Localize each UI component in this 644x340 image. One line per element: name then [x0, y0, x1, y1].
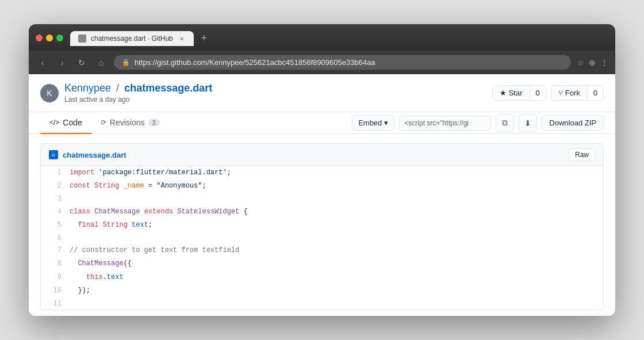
- refresh-button[interactable]: ↻: [75, 56, 89, 70]
- line-code: [70, 193, 603, 205]
- code-nav: </> Code ⟳ Revisions 3 Embed ▾ <script s…: [29, 112, 615, 134]
- line-code: // constructor to get text from textfiel…: [70, 244, 603, 257]
- breadcrumb-title: Kennypee / chatmessage.dart: [64, 82, 212, 94]
- line-number: 8: [41, 257, 70, 270]
- line-code: final String text;: [70, 219, 603, 232]
- bookmark-icon[interactable]: ☆: [577, 58, 584, 67]
- line-number: 3: [41, 193, 70, 205]
- back-button[interactable]: ‹: [36, 56, 49, 70]
- close-button[interactable]: [36, 35, 43, 41]
- file-link[interactable]: chatmessage.dart: [124, 82, 212, 94]
- fork-label: Fork: [565, 89, 580, 97]
- raw-button[interactable]: Raw: [569, 148, 595, 161]
- address-field[interactable]: 🔒 https://gist.github.com/Kennypee/52562…: [114, 55, 571, 70]
- line-code: });: [70, 284, 603, 297]
- star-icon: ★: [500, 89, 507, 97]
- code-line: 2 const String _name = "Anonymous";: [41, 179, 603, 193]
- file-name-area: D chatmessage.dart: [49, 150, 126, 159]
- file-container: D chatmessage.dart Raw 1 import 'package…: [40, 143, 604, 310]
- home-button[interactable]: ⌂: [94, 56, 108, 70]
- code-tabs: </> Code ⟳ Revisions 3: [40, 112, 169, 133]
- line-code: import 'package:flutter/material.dart';: [70, 166, 603, 179]
- header-actions: ★ Star 0 ⑂ Fork 0: [492, 85, 604, 101]
- revisions-count-badge: 3: [148, 119, 160, 127]
- download-icon: ⬇: [524, 119, 531, 128]
- code-line: 4 class ChatMessage extends StatelessWid…: [41, 205, 603, 219]
- breadcrumb-slash: /: [116, 82, 119, 94]
- code-line: 3: [41, 193, 603, 205]
- fork-group: ⑂ Fork 0: [551, 85, 604, 101]
- line-code: class ChatMessage extends StatelessWidge…: [70, 205, 603, 219]
- maximize-button[interactable]: [56, 35, 63, 41]
- line-code: [70, 232, 603, 244]
- line-number: 2: [41, 179, 70, 193]
- embed-button[interactable]: Embed ▾: [352, 115, 394, 131]
- code-line: 1 import 'package:flutter/material.dart'…: [41, 166, 603, 179]
- code-line: 5 final String text;: [41, 219, 603, 232]
- tab-revisions[interactable]: ⟳ Revisions 3: [91, 112, 169, 134]
- file-header: D chatmessage.dart Raw: [41, 144, 603, 166]
- download-icon-button[interactable]: ⬇: [519, 114, 537, 132]
- lock-icon: 🔒: [122, 59, 130, 66]
- code-actions: Embed ▾ <script src="https://gi ⧉ ⬇ Down…: [352, 114, 604, 132]
- url-text: https://gist.github.com/Kennypee/525621a…: [135, 58, 563, 67]
- tab-close-button[interactable]: ✕: [178, 35, 186, 43]
- address-actions: ☆ ⊕ ⋮: [577, 58, 608, 67]
- line-number: 5: [41, 219, 70, 232]
- code-line: 6: [41, 232, 603, 244]
- browser-tab[interactable]: chatmessage.dart · GitHub ✕: [70, 31, 194, 46]
- user-link[interactable]: Kennypee: [64, 82, 111, 94]
- code-content: 1 import 'package:flutter/material.dart'…: [41, 166, 603, 310]
- code-line: 8 ChatMessage({: [41, 257, 603, 270]
- code-line: 9 this.text: [41, 271, 603, 284]
- file-name[interactable]: chatmessage.dart: [63, 151, 126, 159]
- code-line: 11: [41, 297, 603, 310]
- last-active: Last active a day ago: [64, 95, 212, 104]
- line-number: 9: [41, 271, 70, 284]
- embed-label: Embed: [358, 119, 382, 127]
- fork-count: 0: [587, 86, 603, 100]
- title-bar: chatmessage.dart · GitHub ✕ +: [29, 24, 615, 51]
- star-button[interactable]: ★ Star: [493, 86, 530, 100]
- line-code: ChatMessage({: [70, 257, 603, 270]
- copy-button[interactable]: ⧉: [496, 114, 514, 132]
- line-code: this.text: [70, 271, 603, 284]
- download-zip-button[interactable]: Download ZIP: [542, 115, 604, 131]
- script-field[interactable]: <script src="https://gi: [399, 116, 491, 131]
- user-info: K Kennypee / chatmessage.dart Last activ…: [40, 82, 212, 104]
- code-line: 7 // constructor to get text from textfi…: [41, 244, 603, 257]
- line-number: 10: [41, 284, 70, 297]
- tab-favicon: [78, 35, 86, 43]
- menu-icon[interactable]: ⋮: [600, 58, 608, 67]
- code-icon: </>: [49, 119, 59, 127]
- tab-title: chatmessage.dart · GitHub: [91, 35, 173, 43]
- fork-icon: ⑂: [558, 89, 563, 97]
- breadcrumb: Kennypee / chatmessage.dart Last active …: [64, 82, 212, 104]
- line-number: 6: [41, 232, 70, 244]
- embed-chevron-icon: ▾: [384, 119, 388, 127]
- download-zip-label: Download ZIP: [549, 119, 596, 127]
- minimize-button[interactable]: [46, 35, 53, 41]
- traffic-lights: [36, 35, 63, 41]
- star-count: 0: [530, 86, 546, 100]
- star-label: Star: [509, 89, 523, 97]
- new-tab-button[interactable]: +: [196, 30, 212, 46]
- file-type-icon: D: [49, 150, 58, 159]
- address-bar-row: ‹ › ↻ ⌂ 🔒 https://gist.github.com/Kennyp…: [29, 51, 615, 74]
- line-number: 11: [41, 297, 70, 310]
- star-group: ★ Star 0: [492, 85, 546, 101]
- browser-window: chatmessage.dart · GitHub ✕ + ‹ › ↻ ⌂ 🔒 …: [29, 24, 615, 316]
- extensions-icon[interactable]: ⊕: [589, 58, 596, 67]
- revisions-icon: ⟳: [101, 119, 106, 127]
- avatar: K: [40, 84, 59, 102]
- tab-code[interactable]: </> Code: [40, 112, 91, 134]
- code-line: 10 });: [41, 284, 603, 297]
- line-number: 7: [41, 244, 70, 257]
- page-content: K Kennypee / chatmessage.dart Last activ…: [29, 74, 615, 316]
- line-code: const String _name = "Anonymous";: [70, 179, 603, 193]
- forward-button[interactable]: ›: [55, 56, 69, 70]
- copy-icon: ⧉: [502, 118, 508, 128]
- line-number: 4: [41, 205, 70, 219]
- github-header: K Kennypee / chatmessage.dart Last activ…: [29, 74, 615, 112]
- fork-button[interactable]: ⑂ Fork: [551, 86, 587, 100]
